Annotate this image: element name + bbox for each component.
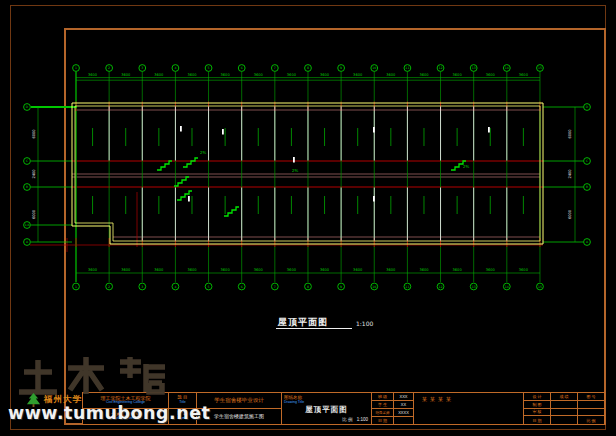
- title-block-drawing-name-cell: 图纸名称 Drawing Title 屋顶平面图 比 例 1:100: [282, 393, 372, 424]
- grid-bubble-bottom-label: 8: [307, 285, 309, 289]
- bay-dim-bottom: 3600: [287, 268, 297, 272]
- project-row-1: 学生宿舍楼毕业设计: [197, 393, 281, 409]
- grid-bubble-bottom-label: 1: [75, 285, 77, 289]
- bay-dim-bottom: 3600: [486, 268, 496, 272]
- span-dim-right: 2400: [568, 169, 572, 179]
- axis-bubble-left-label: C: [26, 159, 28, 163]
- sign-grade-label: 成 绩: [551, 393, 578, 401]
- bay-dim-top: 3600: [386, 73, 396, 77]
- project-title: 学生宿舍楼毕业设计: [214, 397, 264, 403]
- stair-symbol: [183, 158, 198, 167]
- grid-bubble-top-label: 10: [372, 66, 376, 70]
- small-label-tick: [293, 157, 295, 163]
- grid-bubble-bottom-label: 12: [439, 285, 443, 289]
- drawing-scale-row: 比 例 1:100: [342, 417, 368, 422]
- cad-drawing-canvas: 1136003600223600360033360036004436003600…: [0, 0, 616, 436]
- advisor-label: 指导老师: [372, 409, 394, 416]
- student-label: 学 生: [372, 401, 394, 408]
- sign-design-label: 设 计: [524, 393, 551, 401]
- title-block-label-column: 题 目 Title 图 名 Name: [169, 393, 197, 424]
- drawing-name-label: 图纸名称 Drawing Title: [284, 395, 304, 404]
- sign-draft-label: 制 图: [524, 401, 551, 409]
- subject-label-en: Title: [179, 401, 185, 405]
- class-label: 班 级: [372, 393, 394, 400]
- sign-empty-1: [551, 401, 578, 409]
- student-value: XX: [394, 401, 413, 408]
- grid-bubble-top-label: 5: [208, 66, 210, 70]
- grid-bubble-top-label: 11: [405, 66, 409, 70]
- bay-dim-bottom: 3600: [121, 268, 131, 272]
- drawing-name-value: 屋顶平面图: [282, 405, 371, 415]
- sign-date-label: 日 期: [524, 416, 551, 424]
- major-name-en: Civil Engineering: [112, 417, 138, 421]
- grid-bubble-top-label: 12: [439, 66, 443, 70]
- info-row-date: 日 期: [372, 417, 413, 424]
- span-dim-left: 6000: [32, 209, 36, 219]
- bay-dim-top: 3600: [519, 73, 529, 77]
- sign-empty-5: [551, 416, 578, 424]
- bay-dim-top: 3600: [154, 73, 164, 77]
- grid-bubble-bottom-label: 2: [108, 285, 110, 289]
- grid-bubble-bottom-label: 9: [340, 285, 342, 289]
- sign-empty-4: [578, 409, 604, 417]
- generated-drawing-layer: 1136003600223600360033360036004436003600…: [24, 65, 591, 290]
- title-block-project-cell: 学生宿舍楼毕业设计 学生宿舍楼建筑施工图: [197, 393, 282, 424]
- axis-bubble-right-label: C: [586, 159, 588, 163]
- bay-dim-bottom: 3600: [221, 268, 231, 272]
- bay-dim-bottom: 3600: [353, 268, 363, 272]
- grid-bubble-top-label: 9: [340, 66, 342, 70]
- bay-dim-bottom: 3600: [154, 268, 164, 272]
- name-label-en: Name: [178, 417, 187, 421]
- grid-bubble-top-label: 3: [141, 66, 143, 70]
- bay-dim-top: 3600: [254, 73, 264, 77]
- bay-dim-top: 3600: [453, 73, 463, 77]
- grid-bubble-top-label: 14: [505, 66, 509, 70]
- grid-bubble-bottom-label: 14: [505, 285, 509, 289]
- grid-bubble-bottom-label: 11: [405, 285, 409, 289]
- stair-symbol: [157, 161, 172, 170]
- title-block: 理工学院土木工程学院 Civil Engineering College 土木工…: [82, 392, 605, 425]
- bay-dim-bottom: 3600: [320, 268, 330, 272]
- sign-empty-3: [551, 409, 578, 417]
- date-label: 日 期: [372, 417, 394, 424]
- scale-value: 1:100: [357, 417, 368, 422]
- sign-check-label: 审 核: [524, 409, 551, 417]
- project-row-2: 学生宿舍楼建筑施工图: [197, 409, 281, 424]
- stair-symbol: [224, 207, 239, 216]
- sign-scale-label: 比 例: [578, 416, 604, 424]
- small-label-tick: [373, 196, 375, 202]
- project-subtitle: 学生宿舍楼建筑施工图: [214, 414, 264, 420]
- advisor-value: XXXX: [394, 409, 413, 416]
- slope-annotation: 2%: [463, 164, 470, 169]
- grid-bubble-bottom-label: 5: [208, 285, 210, 289]
- small-label-tick: [188, 196, 190, 202]
- info-row-advisor: 指导老师 XXXX: [372, 409, 413, 417]
- span-dim-left: 6000: [32, 129, 36, 139]
- info-row-class: 班 级 XXX: [372, 393, 413, 401]
- small-label-tick: [373, 127, 375, 133]
- span-dim-left: 2400: [32, 169, 36, 179]
- university-row-2: 土木工程专业 Civil Engineering: [83, 409, 168, 424]
- small-label-tick: [222, 129, 224, 135]
- sign-empty-2: [578, 401, 604, 409]
- date-value: [394, 417, 413, 424]
- bay-dim-bottom: 3600: [88, 268, 98, 272]
- bay-dim-top: 3600: [419, 73, 429, 77]
- small-label-tick: [488, 127, 490, 133]
- slope-annotation: 2%: [292, 168, 299, 173]
- grid-bubble-bottom-label: 13: [472, 285, 476, 289]
- grid-bubble-top-label: 6: [241, 66, 243, 70]
- bay-dim-bottom: 3600: [254, 268, 264, 272]
- grid-bubble-bottom-label: 3: [141, 285, 143, 289]
- bay-dim-bottom: 3600: [187, 268, 197, 272]
- bay-dim-bottom: 3600: [519, 268, 529, 272]
- grid-bubble-bottom-label: 4: [174, 285, 176, 289]
- bay-dim-top: 3600: [221, 73, 231, 77]
- span-dim-right: 6000: [568, 209, 572, 219]
- axis-bubble-right-label: B: [586, 185, 588, 189]
- class-value: XXX: [394, 393, 413, 400]
- sign-sheetno-label: 图 号: [578, 393, 604, 401]
- bay-dim-top: 3600: [88, 73, 98, 77]
- drawing-title-text: 屋顶平面图: [277, 317, 328, 327]
- grid-bubble-bottom-label: 7: [274, 285, 276, 289]
